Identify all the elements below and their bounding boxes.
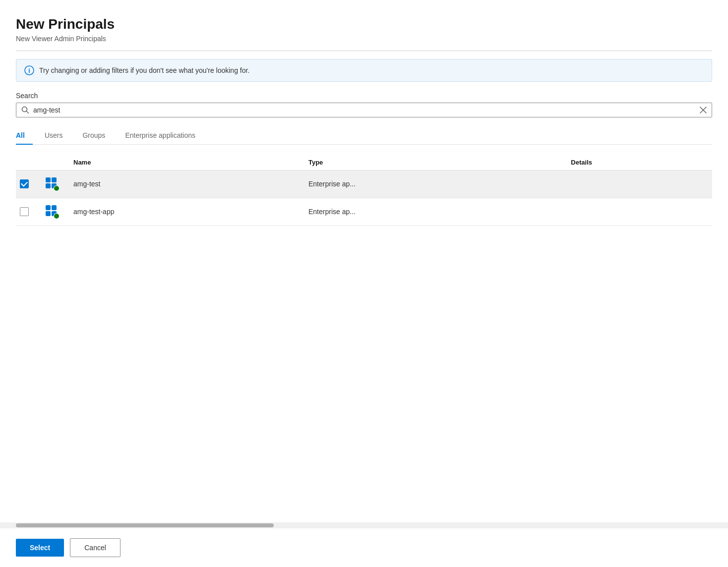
tab-enterprise-applications[interactable]: Enterprise applications	[125, 127, 203, 144]
row-details	[565, 198, 712, 226]
svg-point-11	[54, 186, 59, 191]
scrollbar-thumb[interactable]	[16, 523, 274, 527]
svg-rect-7	[52, 177, 57, 182]
tabs-container: All Users Groups Enterprise applications	[16, 127, 712, 145]
tab-groups[interactable]: Groups	[82, 127, 113, 144]
table-row[interactable]: amg-test-appEnterprise ap...	[16, 198, 712, 226]
footer-actions: Select Cancel	[16, 528, 712, 567]
results-table: Name Type Details amg-testEnterprise ap.…	[16, 155, 712, 226]
row-type: Enterprise ap...	[303, 198, 565, 226]
search-icon	[21, 106, 29, 114]
row-name: amg-test-app	[67, 198, 303, 226]
page-title: New Principals	[16, 16, 712, 33]
row-type: Enterprise ap...	[303, 170, 565, 198]
search-input[interactable]	[33, 106, 696, 114]
info-icon: i	[24, 65, 34, 75]
enterprise-app-icon	[44, 203, 60, 219]
col-header-checkbox	[16, 155, 38, 170]
row-checkbox[interactable]	[20, 179, 29, 188]
tab-users[interactable]: Users	[45, 127, 71, 144]
row-checkbox-cell	[16, 170, 38, 198]
table-row[interactable]: amg-testEnterprise ap...	[16, 170, 712, 198]
row-checkbox[interactable]	[20, 207, 29, 216]
page-subtitle: New Viewer Admin Principals	[16, 35, 712, 43]
page-header: New Principals New Viewer Admin Principa…	[16, 16, 712, 43]
col-header-name: Name	[67, 155, 303, 170]
row-icon-cell	[38, 198, 67, 226]
row-icon-cell	[38, 170, 67, 198]
header-divider	[16, 51, 712, 51]
svg-text:i: i	[28, 67, 30, 74]
svg-rect-13	[52, 205, 57, 210]
info-banner-text: Try changing or adding filters if you do…	[39, 66, 249, 74]
svg-rect-12	[46, 205, 51, 210]
row-details	[565, 170, 712, 198]
clear-search-icon[interactable]	[700, 107, 707, 113]
col-header-details: Details	[565, 155, 712, 170]
cancel-button[interactable]: Cancel	[70, 538, 121, 557]
results-table-container: Name Type Details amg-testEnterprise ap.…	[16, 155, 712, 522]
row-checkbox-cell	[16, 198, 38, 226]
row-name: amg-test	[67, 170, 303, 198]
svg-rect-8	[46, 183, 51, 188]
svg-rect-14	[46, 211, 51, 216]
svg-line-3	[27, 111, 29, 113]
svg-point-17	[54, 214, 59, 219]
col-header-type: Type	[303, 155, 565, 170]
svg-rect-6	[46, 177, 51, 182]
tab-all[interactable]: All	[16, 127, 33, 144]
enterprise-app-icon	[44, 175, 60, 191]
horizontal-scrollbar[interactable]	[0, 522, 728, 528]
info-banner: i Try changing or adding filters if you …	[16, 59, 712, 82]
search-box	[16, 103, 712, 117]
select-button[interactable]: Select	[16, 539, 64, 557]
search-label: Search	[16, 92, 712, 100]
col-header-icon	[38, 155, 67, 170]
table-header-row: Name Type Details	[16, 155, 712, 170]
